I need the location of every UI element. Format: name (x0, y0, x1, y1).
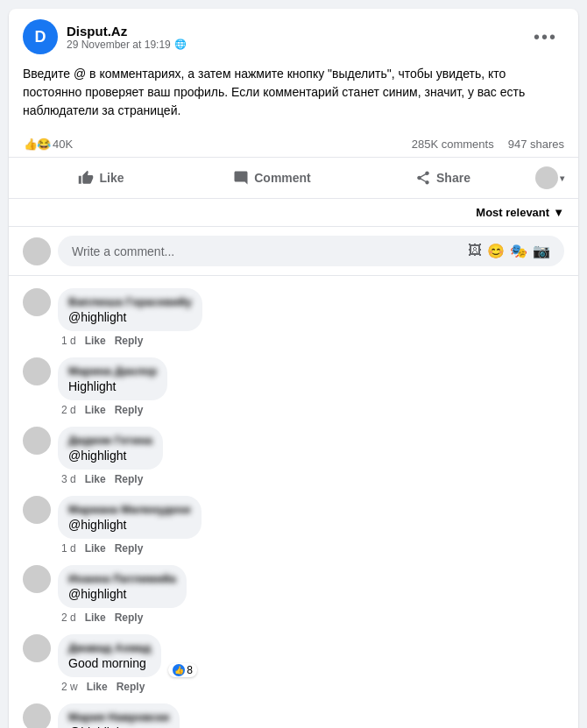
current-user-avatar (535, 166, 558, 189)
comment-reply-button[interactable]: Reply (115, 542, 144, 555)
comment-text: Good morning (68, 656, 151, 670)
comment-row: Ваплюша Горасевийу @highlight 1 d Like R… (9, 283, 578, 352)
share-icon (415, 170, 431, 186)
comment-reply-button[interactable]: Reply (115, 473, 144, 485)
reactions-left: 👍 😂 40K (23, 136, 73, 152)
share-button[interactable]: Share (357, 161, 528, 194)
comment-like-button[interactable]: Like (85, 611, 106, 624)
sort-bar: Most relevant ▼ (9, 199, 578, 227)
post-header: D Disput.Az 29 November at 19:19 🌐 ••• (9, 9, 578, 61)
comment-time: 3 d (61, 473, 76, 485)
comment-text: Highlight (68, 379, 157, 393)
comment-username: Иоанна Патлимийа (68, 572, 176, 585)
comment-actions: 2 d Like Reply (58, 611, 564, 624)
comment-bubble: Марина Данлор Highlight (58, 357, 167, 400)
comment-row: Мариана Миленудехи @highlight 1 d Like R… (9, 491, 578, 560)
page-avatar: D (23, 19, 58, 54)
comment-bubble: Ваплюша Горасевийу @highlight (58, 288, 202, 331)
comment-reply-button[interactable]: Reply (117, 681, 145, 693)
action-buttons: Like Comment Share ▾ (9, 158, 578, 199)
comment-body: Ваплюша Горасевийу @highlight 1 d Like R… (58, 288, 564, 347)
comment-time: 2 d (61, 404, 76, 416)
comment-body: Марина Данлор Highlight 2 d Like Reply (58, 357, 564, 416)
comment-reply-button[interactable]: Reply (115, 611, 144, 624)
comment-bubble: Мариана Миленудехи @highlight (58, 496, 202, 539)
comment-text: @highlight (68, 518, 191, 532)
comment-actions: 2 d Like Reply (58, 404, 564, 416)
comment-body: Иоанна Патлимийа @highlight 2 d Like Rep… (58, 565, 564, 624)
share-dropdown-button[interactable]: ▾ (528, 161, 571, 194)
comment-row: Мария Навровски @highlight 👍 2 2 d Like … (9, 698, 578, 728)
shares-count[interactable]: 947 shares (508, 138, 564, 151)
post-header-left: D Disput.Az 29 November at 19:19 🌐 (23, 19, 187, 54)
comment-like-button[interactable]: Like (85, 335, 106, 347)
comment-bubble: Джавад Ахмад Good morning (58, 634, 161, 677)
sticker-icon[interactable]: 🎭 (510, 243, 527, 259)
comment-label: Comment (254, 171, 311, 185)
comment-input-box[interactable]: Write a comment... 🖼 😊 🎭 📷 (58, 236, 564, 266)
comment-body: Мария Навровски @highlight 👍 2 2 d Like … (58, 703, 564, 728)
post-body: Введите @ в комментариях, а затем нажмит… (9, 61, 578, 131)
comment-row: Дидком Гетина @highlight 3 d Like Reply (9, 421, 578, 491)
post-card: D Disput.Az 29 November at 19:19 🌐 ••• В… (9, 9, 578, 728)
comment-input-row: Write a comment... 🖼 😊 🎭 📷 (9, 227, 578, 276)
comment-username: Мария Навровски (68, 710, 169, 724)
comment-actions: 3 d Like Reply (58, 473, 564, 485)
commenter-avatar (23, 357, 51, 385)
comment-body: Дидком Гетина @highlight 3 d Like Reply (58, 427, 564, 485)
post-time: 29 November at 19:19 🌐 (67, 39, 187, 51)
sort-button[interactable]: Most relevant ▼ (476, 206, 564, 219)
comment-reply-button[interactable]: Reply (115, 335, 144, 347)
comment-text: @highlight (68, 310, 192, 324)
comment-time: 1 d (61, 542, 76, 555)
commenter-avatar (23, 237, 51, 265)
comment-reply-button[interactable]: Reply (115, 404, 144, 416)
reactions-bar: 👍 😂 40K 285K comments 947 shares (9, 131, 578, 158)
chevron-down-icon: ▾ (560, 173, 564, 183)
like-label: Like (99, 171, 124, 185)
page-name: Disput.Az (67, 24, 187, 39)
comment-text: @highlight (68, 449, 152, 463)
comment-button[interactable]: Comment (187, 161, 357, 194)
comment-icon (233, 170, 249, 186)
like-button[interactable]: Like (16, 161, 187, 194)
like-badge-count: 8 (187, 664, 193, 676)
comment-bubble: Мария Навровски @highlight (58, 703, 180, 728)
reaction-count: 40K (53, 138, 73, 151)
comment-input-icons: 🖼 😊 🎭 📷 (468, 243, 550, 259)
comment-like-button[interactable]: Like (85, 542, 106, 555)
gif-icon[interactable]: 🖼 (468, 243, 482, 259)
comment-time: 2 w (61, 681, 78, 693)
comment-time: 1 d (61, 335, 76, 347)
comment-bubble: Иоанна Патлимийа @highlight (58, 565, 187, 608)
comment-row: Марина Данлор Highlight 2 d Like Reply (9, 352, 578, 421)
comment-username: Дидком Гетина (68, 434, 152, 447)
commenter-avatar (23, 634, 51, 662)
commenter-avatar (23, 288, 51, 316)
comment-actions: 1 d Like Reply (58, 335, 564, 347)
like-count-badge: 👍 8 (168, 663, 197, 677)
comment-input-placeholder: Write a comment... (72, 244, 174, 258)
comments-count[interactable]: 285K comments (412, 138, 494, 151)
comment-like-button[interactable]: Like (85, 473, 106, 485)
comment-actions: 2 w Like Reply (58, 681, 564, 693)
comment-like-button[interactable]: Like (87, 681, 108, 693)
comment-username: Мариана Миленудехи (68, 503, 191, 516)
comment-body: Мариана Миленудехи @highlight 1 d Like R… (58, 496, 564, 555)
comment-username: Джавад Ахмад (68, 641, 151, 654)
commenter-avatar (23, 496, 51, 524)
like-icon (78, 170, 94, 186)
laugh-emoji: 😂 (36, 136, 52, 152)
comment-time: 2 d (61, 611, 76, 624)
comment-body: Джавад Ахмад Good morning 👍 8 2 w Like R… (58, 634, 564, 693)
more-options-button[interactable]: ••• (527, 24, 564, 51)
reaction-emojis: 👍 😂 (23, 136, 49, 152)
comment-actions: 1 d Like Reply (58, 542, 564, 555)
comment-text: @highlight (68, 587, 176, 601)
comment-like-button[interactable]: Like (85, 404, 106, 416)
share-label: Share (436, 171, 470, 185)
comment-bubble: Дидком Гетина @highlight (58, 427, 163, 470)
camera-icon[interactable]: 📷 (533, 243, 550, 259)
emoji-icon[interactable]: 😊 (487, 243, 505, 259)
commenter-avatar (23, 703, 51, 728)
